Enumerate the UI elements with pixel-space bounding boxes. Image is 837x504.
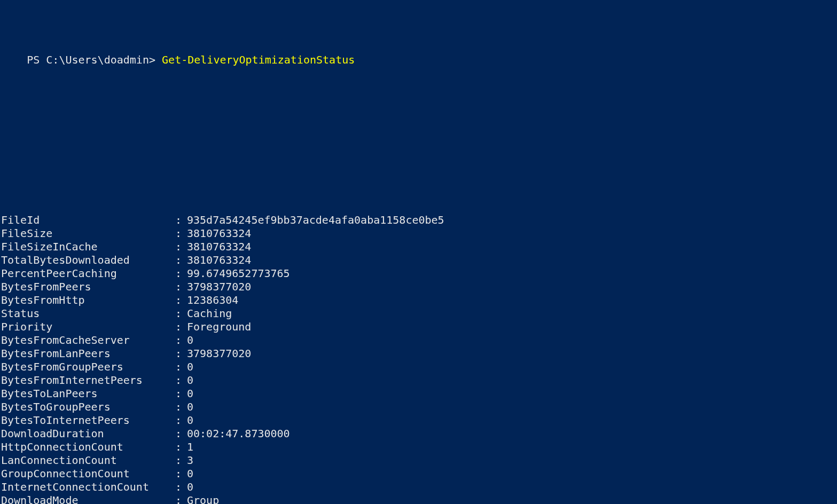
field-key: Status <box>1 307 169 320</box>
field-separator: : <box>169 240 187 254</box>
field-separator: : <box>169 320 187 334</box>
field-value: 0 <box>187 360 193 374</box>
output-row: BytesFromGroupPeers : 0 <box>1 360 837 374</box>
field-value: Group <box>187 494 219 504</box>
field-separator: : <box>169 254 187 267</box>
field-value: 3 <box>187 454 193 467</box>
field-value: Caching <box>187 307 232 320</box>
output-block: FileId : 935d7a54245ef9bb37acde4afa0aba1… <box>0 214 837 504</box>
field-separator: : <box>169 294 187 307</box>
field-key: LanConnectionCount <box>1 454 169 467</box>
field-value: 0 <box>187 467 193 481</box>
field-separator: : <box>169 227 187 240</box>
field-key: Priority <box>1 320 169 334</box>
field-key: GroupConnectionCount <box>1 467 169 481</box>
field-key: DownloadMode <box>1 494 169 504</box>
field-separator: : <box>169 400 187 414</box>
field-value: 0 <box>187 387 193 400</box>
output-row: DownloadMode : Group <box>1 494 837 504</box>
field-key: BytesFromPeers <box>1 280 169 294</box>
field-value: 3810763324 <box>187 240 251 254</box>
output-row: GroupConnectionCount : 0 <box>1 467 837 481</box>
field-value: 0 <box>187 374 193 387</box>
blank-line <box>0 160 837 174</box>
output-row: BytesToLanPeers : 0 <box>1 387 837 400</box>
field-separator: : <box>169 387 187 400</box>
output-row: BytesFromHttp : 12386304 <box>1 294 837 307</box>
field-separator: : <box>169 440 187 454</box>
output-row: BytesToInternetPeers : 0 <box>1 414 837 427</box>
blank-line <box>0 120 837 133</box>
output-row: LanConnectionCount : 3 <box>1 454 837 467</box>
field-key: BytesToLanPeers <box>1 387 169 400</box>
output-row: BytesFromInternetPeers : 0 <box>1 374 837 387</box>
field-key: DownloadDuration <box>1 427 169 440</box>
field-value: 3798377020 <box>187 280 251 294</box>
field-separator: : <box>169 214 187 227</box>
field-separator: : <box>169 427 187 440</box>
field-separator: : <box>169 374 187 387</box>
field-key: BytesFromCacheServer <box>1 334 169 347</box>
output-row: BytesToGroupPeers : 0 <box>1 400 837 414</box>
field-separator: : <box>169 267 187 280</box>
field-value: 3798377020 <box>187 347 251 360</box>
output-row: DownloadDuration : 00:02:47.8730000 <box>1 427 837 440</box>
field-value: 3810763324 <box>187 227 251 240</box>
field-key: BytesFromGroupPeers <box>1 360 169 374</box>
output-row: FileId : 935d7a54245ef9bb37acde4afa0aba1… <box>1 214 837 227</box>
output-row: HttpConnectionCount : 1 <box>1 440 837 454</box>
field-value: 99.6749652773765 <box>187 267 290 280</box>
field-key: HttpConnectionCount <box>1 440 169 454</box>
field-key: BytesFromLanPeers <box>1 347 169 360</box>
field-separator: : <box>169 307 187 320</box>
field-key: BytesToGroupPeers <box>1 400 169 414</box>
field-value: 12386304 <box>187 294 238 307</box>
field-separator: : <box>169 280 187 294</box>
field-value: 0 <box>187 414 193 427</box>
field-key: FileSizeInCache <box>1 240 169 254</box>
output-row: FileSize : 3810763324 <box>1 227 837 240</box>
field-separator: : <box>169 454 187 467</box>
field-key: TotalBytesDownloaded <box>1 254 169 267</box>
field-key: BytesFromHttp <box>1 294 169 307</box>
command-text: Get-DeliveryOptimizationStatus <box>162 53 355 66</box>
output-row: InternetConnectionCount : 0 <box>1 481 837 494</box>
field-value: 935d7a54245ef9bb37acde4afa0aba1158ce0be5 <box>187 214 444 227</box>
field-separator: : <box>169 494 187 504</box>
output-row: TotalBytesDownloaded : 3810763324 <box>1 254 837 267</box>
field-value: 1 <box>187 440 193 454</box>
field-value: 0 <box>187 400 193 414</box>
output-row: BytesFromLanPeers : 3798377020 <box>1 347 837 360</box>
field-value: Foreground <box>187 320 251 334</box>
field-key: PercentPeerCaching <box>1 267 169 280</box>
terminal-output[interactable]: PS C:\Users\doadmin> Get-DeliveryOptimiz… <box>0 0 837 504</box>
field-separator: : <box>169 414 187 427</box>
output-row: Priority : Foreground <box>1 320 837 334</box>
output-row: FileSizeInCache : 3810763324 <box>1 240 837 254</box>
field-key: FileId <box>1 214 169 227</box>
field-key: BytesToInternetPeers <box>1 414 169 427</box>
output-row: PercentPeerCaching : 99.6749652773765 <box>1 267 837 280</box>
field-key: InternetConnectionCount <box>1 481 169 494</box>
prompt-path: PS C:\Users\doadmin> <box>27 53 162 66</box>
field-value: 0 <box>187 334 193 347</box>
output-row: BytesFromCacheServer : 0 <box>1 334 837 347</box>
field-value: 00:02:47.8730000 <box>187 427 290 440</box>
field-value: 0 <box>187 481 193 494</box>
field-separator: : <box>169 481 187 494</box>
output-row: Status : Caching <box>1 307 837 320</box>
field-separator: : <box>169 334 187 347</box>
field-separator: : <box>169 347 187 360</box>
field-value: 3810763324 <box>187 254 251 267</box>
field-key: BytesFromInternetPeers <box>1 374 169 387</box>
field-separator: : <box>169 360 187 374</box>
output-row: BytesFromPeers : 3798377020 <box>1 280 837 294</box>
prompt-line: PS C:\Users\doadmin> Get-DeliveryOptimiz… <box>0 40 837 80</box>
field-separator: : <box>169 467 187 481</box>
field-key: FileSize <box>1 227 169 240</box>
